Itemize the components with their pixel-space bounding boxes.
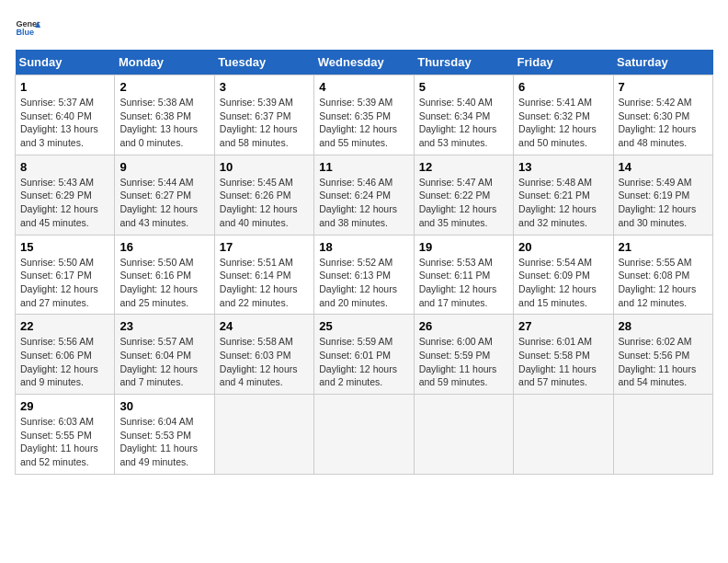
calendar-cell — [314, 395, 414, 475]
calendar-cell: 13Sunrise: 5:48 AM Sunset: 6:21 PM Dayli… — [514, 155, 613, 235]
day-info: Sunrise: 5:47 AM Sunset: 6:22 PM Dayligh… — [419, 176, 508, 230]
day-number: 19 — [419, 240, 508, 254]
calendar-cell: 25Sunrise: 5:59 AM Sunset: 6:01 PM Dayli… — [314, 315, 414, 395]
day-number: 24 — [220, 319, 309, 333]
calendar-table: SundayMondayTuesdayWednesdayThursdayFrid… — [15, 50, 713, 475]
calendar-cell: 17Sunrise: 5:51 AM Sunset: 6:14 PM Dayli… — [214, 235, 313, 315]
dow-sunday: Sunday — [16, 50, 115, 75]
calendar-cell: 11Sunrise: 5:46 AM Sunset: 6:24 PM Dayli… — [314, 155, 414, 235]
day-number: 22 — [20, 319, 109, 333]
day-info: Sunrise: 5:42 AM Sunset: 6:30 PM Dayligh… — [619, 96, 708, 150]
day-info: Sunrise: 5:52 AM Sunset: 6:13 PM Dayligh… — [319, 256, 408, 310]
calendar-cell — [414, 395, 513, 475]
day-info: Sunrise: 5:53 AM Sunset: 6:11 PM Dayligh… — [419, 256, 508, 310]
day-info: Sunrise: 6:01 AM Sunset: 5:58 PM Dayligh… — [518, 335, 608, 389]
day-number: 5 — [419, 80, 508, 94]
days-of-week-header: SundayMondayTuesdayWednesdayThursdayFrid… — [16, 50, 713, 75]
calendar-cell: 18Sunrise: 5:52 AM Sunset: 6:13 PM Dayli… — [314, 235, 414, 315]
day-info: Sunrise: 5:59 AM Sunset: 6:01 PM Dayligh… — [319, 335, 408, 389]
calendar-cell: 15Sunrise: 5:50 AM Sunset: 6:17 PM Dayli… — [16, 235, 115, 315]
day-info: Sunrise: 5:41 AM Sunset: 6:32 PM Dayligh… — [518, 96, 608, 150]
day-number: 3 — [220, 80, 309, 94]
day-number: 6 — [518, 80, 608, 94]
calendar-cell: 2Sunrise: 5:38 AM Sunset: 6:38 PM Daylig… — [115, 75, 214, 155]
dow-thursday: Thursday — [414, 50, 513, 75]
day-number: 27 — [518, 319, 608, 333]
calendar-cell: 21Sunrise: 5:55 AM Sunset: 6:08 PM Dayli… — [613, 235, 712, 315]
week-row-1: 1Sunrise: 5:37 AM Sunset: 6:40 PM Daylig… — [16, 75, 713, 155]
calendar-cell: 20Sunrise: 5:54 AM Sunset: 6:09 PM Dayli… — [514, 235, 613, 315]
calendar-cell: 28Sunrise: 6:02 AM Sunset: 5:56 PM Dayli… — [613, 315, 712, 395]
calendar-cell: 3Sunrise: 5:39 AM Sunset: 6:37 PM Daylig… — [214, 75, 313, 155]
calendar-cell: 7Sunrise: 5:42 AM Sunset: 6:30 PM Daylig… — [613, 75, 712, 155]
dow-wednesday: Wednesday — [314, 50, 414, 75]
calendar-cell: 24Sunrise: 5:58 AM Sunset: 6:03 PM Dayli… — [214, 315, 313, 395]
calendar-cell: 22Sunrise: 5:56 AM Sunset: 6:06 PM Dayli… — [16, 315, 115, 395]
day-info: Sunrise: 5:55 AM Sunset: 6:08 PM Dayligh… — [619, 256, 708, 310]
day-info: Sunrise: 5:48 AM Sunset: 6:21 PM Dayligh… — [518, 176, 608, 230]
day-info: Sunrise: 5:40 AM Sunset: 6:34 PM Dayligh… — [419, 96, 508, 150]
day-info: Sunrise: 5:51 AM Sunset: 6:14 PM Dayligh… — [220, 256, 309, 310]
day-info: Sunrise: 5:56 AM Sunset: 6:06 PM Dayligh… — [20, 335, 109, 389]
svg-text:Blue: Blue — [16, 28, 34, 37]
day-number: 15 — [20, 240, 109, 254]
day-number: 29 — [20, 399, 109, 413]
day-number: 14 — [619, 160, 708, 174]
day-info: Sunrise: 5:39 AM Sunset: 6:37 PM Dayligh… — [220, 96, 309, 150]
calendar-cell: 12Sunrise: 5:47 AM Sunset: 6:22 PM Dayli… — [414, 155, 513, 235]
day-info: Sunrise: 5:45 AM Sunset: 6:26 PM Dayligh… — [220, 176, 309, 230]
calendar-cell — [214, 395, 313, 475]
day-number: 7 — [619, 80, 708, 94]
day-info: Sunrise: 5:50 AM Sunset: 6:17 PM Dayligh… — [20, 256, 109, 310]
day-number: 28 — [619, 319, 708, 333]
day-number: 4 — [319, 80, 408, 94]
day-info: Sunrise: 5:44 AM Sunset: 6:27 PM Dayligh… — [119, 176, 209, 230]
calendar-cell: 26Sunrise: 6:00 AM Sunset: 5:59 PM Dayli… — [414, 315, 513, 395]
day-info: Sunrise: 5:58 AM Sunset: 6:03 PM Dayligh… — [220, 335, 309, 389]
dow-saturday: Saturday — [613, 50, 712, 75]
dow-friday: Friday — [514, 50, 613, 75]
dow-monday: Monday — [115, 50, 214, 75]
calendar-cell: 8Sunrise: 5:43 AM Sunset: 6:29 PM Daylig… — [16, 155, 115, 235]
day-number: 1 — [20, 80, 109, 94]
day-number: 23 — [119, 319, 209, 333]
calendar-cell: 27Sunrise: 6:01 AM Sunset: 5:58 PM Dayli… — [514, 315, 613, 395]
day-number: 21 — [619, 240, 708, 254]
day-info: Sunrise: 5:50 AM Sunset: 6:16 PM Dayligh… — [119, 256, 209, 310]
day-number: 12 — [419, 160, 508, 174]
calendar-cell: 4Sunrise: 5:39 AM Sunset: 6:35 PM Daylig… — [314, 75, 414, 155]
day-number: 18 — [319, 240, 408, 254]
day-info: Sunrise: 5:57 AM Sunset: 6:04 PM Dayligh… — [119, 335, 209, 389]
day-number: 16 — [119, 240, 209, 254]
logo-icon: General Blue — [15, 15, 40, 40]
dow-tuesday: Tuesday — [214, 50, 313, 75]
day-info: Sunrise: 5:46 AM Sunset: 6:24 PM Dayligh… — [319, 176, 408, 230]
day-number: 10 — [220, 160, 309, 174]
day-info: Sunrise: 6:04 AM Sunset: 5:53 PM Dayligh… — [119, 415, 209, 469]
day-info: Sunrise: 5:54 AM Sunset: 6:09 PM Dayligh… — [518, 256, 608, 310]
calendar-cell: 23Sunrise: 5:57 AM Sunset: 6:04 PM Dayli… — [115, 315, 214, 395]
week-row-2: 8Sunrise: 5:43 AM Sunset: 6:29 PM Daylig… — [16, 155, 713, 235]
calendar-cell — [514, 395, 613, 475]
calendar-cell: 14Sunrise: 5:49 AM Sunset: 6:19 PM Dayli… — [613, 155, 712, 235]
week-row-3: 15Sunrise: 5:50 AM Sunset: 6:17 PM Dayli… — [16, 235, 713, 315]
day-info: Sunrise: 5:49 AM Sunset: 6:19 PM Dayligh… — [619, 176, 708, 230]
calendar-body: 1Sunrise: 5:37 AM Sunset: 6:40 PM Daylig… — [16, 75, 713, 475]
day-number: 13 — [518, 160, 608, 174]
day-info: Sunrise: 6:00 AM Sunset: 5:59 PM Dayligh… — [419, 335, 508, 389]
day-number: 2 — [119, 80, 209, 94]
calendar-cell — [613, 395, 712, 475]
calendar-cell: 10Sunrise: 5:45 AM Sunset: 6:26 PM Dayli… — [214, 155, 313, 235]
calendar-cell: 5Sunrise: 5:40 AM Sunset: 6:34 PM Daylig… — [414, 75, 513, 155]
calendar-cell: 1Sunrise: 5:37 AM Sunset: 6:40 PM Daylig… — [16, 75, 115, 155]
day-info: Sunrise: 5:43 AM Sunset: 6:29 PM Dayligh… — [20, 176, 109, 230]
day-number: 8 — [20, 160, 109, 174]
calendar-cell: 30Sunrise: 6:04 AM Sunset: 5:53 PM Dayli… — [115, 395, 214, 475]
day-number: 11 — [319, 160, 408, 174]
calendar-cell: 19Sunrise: 5:53 AM Sunset: 6:11 PM Dayli… — [414, 235, 513, 315]
calendar-cell: 6Sunrise: 5:41 AM Sunset: 6:32 PM Daylig… — [514, 75, 613, 155]
day-number: 25 — [319, 319, 408, 333]
calendar-cell: 9Sunrise: 5:44 AM Sunset: 6:27 PM Daylig… — [115, 155, 214, 235]
day-info: Sunrise: 5:39 AM Sunset: 6:35 PM Dayligh… — [319, 96, 408, 150]
week-row-4: 22Sunrise: 5:56 AM Sunset: 6:06 PM Dayli… — [16, 315, 713, 395]
